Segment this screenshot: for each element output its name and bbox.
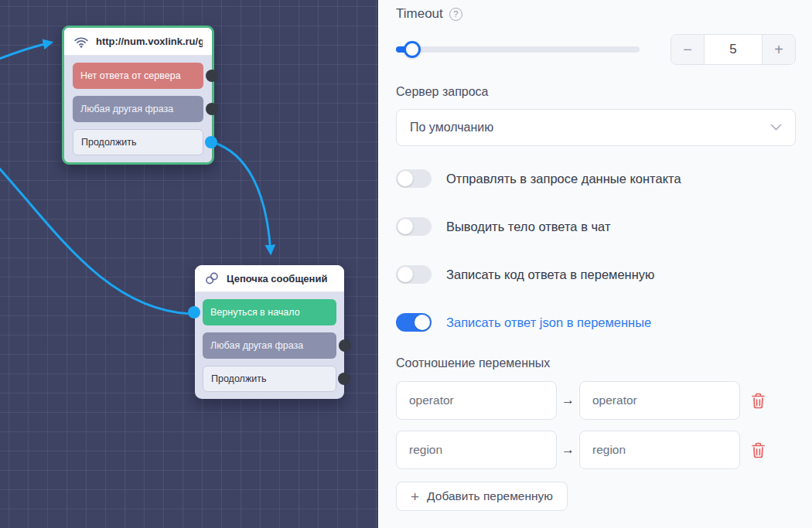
toggle-label: Записать ответ json в переменные — [446, 315, 651, 330]
mapping-from-input[interactable] — [396, 431, 557, 469]
wire-continue-to-chain — [213, 142, 271, 253]
arrow-right-icon: → — [557, 442, 579, 458]
node-chain-header[interactable]: Цепочка сообщений — [195, 265, 344, 292]
toggle-label: Отправлять в запросе данные контакта — [446, 172, 681, 186]
mapping-from-input[interactable] — [396, 381, 557, 420]
toggle-label: Выводить тело ответа в чат — [446, 220, 610, 234]
node-row-any-other-phrase[interactable]: Любая другая фраза — [73, 96, 203, 122]
timeout-label: Timeout — [396, 6, 443, 22]
node-chain-body: Вернуться в начало Любая другая фраза Пр… — [195, 292, 344, 399]
server-dropdown[interactable]: По умолчанию — [396, 109, 796, 146]
toggle-row-output-body-to-chat: Выводить тело ответа в чат — [396, 217, 796, 236]
timeout-stepper: − 5 + — [670, 34, 796, 65]
toggle-row-save-json-to-variables: Записать ответ json в переменные — [396, 313, 796, 332]
toggle-output-body-to-chat[interactable] — [396, 217, 432, 236]
toggles-list: Отправлять в запросе данные контакта Выв… — [396, 169, 796, 332]
add-variable-button[interactable]: + Добавить переменную — [396, 482, 568, 511]
row-label: Любая другая фраза — [80, 104, 173, 114]
node-chain-title: Цепочка сообщений — [227, 273, 327, 284]
settings-panel: Timeout ? − 5 + Сервер запроса По умолча… — [378, 0, 812, 528]
stepper-value[interactable]: 5 — [704, 35, 763, 64]
node-row-no-server-answer[interactable]: Нет ответа от сервера — [73, 63, 203, 89]
toggle-save-json-to-variables[interactable] — [396, 313, 432, 332]
add-variable-label: Добавить переменную — [427, 489, 553, 503]
toggle-save-response-code[interactable] — [396, 265, 432, 284]
chain-icon — [204, 271, 220, 286]
node-http-header[interactable]: http://num.voxlink.ru/ge... — [64, 28, 212, 56]
slider-thumb[interactable] — [404, 41, 421, 58]
output-port[interactable] — [206, 103, 218, 115]
node-row-any-other-phrase[interactable]: Любая другая фраза — [203, 332, 336, 359]
wire-into-chain-row — [0, 164, 190, 314]
timeout-header: Timeout ? — [396, 6, 796, 22]
toggle-row-send-contact-data: Отправлять в запросе данные контакта — [396, 169, 796, 188]
row-label: Нет ответа от сервера — [80, 70, 181, 81]
arrow-right-icon: → — [557, 393, 579, 408]
wire-into-http-node — [0, 43, 51, 60]
delete-variable-button[interactable] — [751, 442, 766, 458]
mapping-row: → — [396, 431, 796, 469]
server-label: Сервер запроса — [396, 85, 796, 99]
output-port[interactable] — [206, 70, 218, 82]
node-http-body: Нет ответа от сервера Любая другая фраза… — [64, 56, 212, 162]
mapping-label: Соотношение переменных — [396, 356, 796, 370]
node-http-title: http://num.voxlink.ru/ge... — [96, 36, 203, 47]
row-label: Любая другая фраза — [210, 340, 303, 351]
row-label: Продолжить — [81, 137, 136, 148]
stepper-minus-button[interactable]: − — [671, 35, 704, 64]
row-label: Вернуться в начало — [210, 307, 300, 318]
mapping-to-input[interactable] — [579, 381, 740, 420]
node-row-continue[interactable]: Продолжить — [73, 129, 203, 155]
output-port[interactable] — [338, 373, 350, 385]
timeout-slider[interactable] — [396, 34, 640, 65]
help-icon[interactable]: ? — [449, 8, 462, 21]
node-row-return-to-start[interactable]: Вернуться в начало — [203, 299, 336, 325]
mapping-to-input[interactable] — [579, 431, 740, 469]
plus-icon: + — [411, 489, 419, 504]
toggle-row-save-response-code: Записать код ответа в переменную — [396, 265, 796, 284]
flow-canvas[interactable]: http://num.voxlink.ru/ge... Нет ответа о… — [0, 0, 378, 528]
output-port-connected[interactable] — [205, 136, 217, 148]
node-message-chain[interactable]: Цепочка сообщений Вернуться в начало Люб… — [195, 265, 344, 399]
node-http-request[interactable]: http://num.voxlink.ru/ge... Нет ответа о… — [62, 26, 214, 165]
stepper-plus-button[interactable]: + — [763, 35, 795, 64]
chevron-down-icon — [770, 124, 782, 131]
node-row-continue[interactable]: Продолжить — [203, 366, 336, 392]
output-port[interactable] — [339, 339, 351, 352]
wifi-icon — [73, 34, 89, 49]
input-port-connected[interactable] — [188, 306, 200, 319]
mapping-row: → — [396, 381, 796, 420]
row-label: Продолжить — [211, 373, 266, 384]
toggle-send-contact-data[interactable] — [396, 169, 432, 188]
slider-track[interactable] — [396, 46, 640, 53]
toggle-label: Записать код ответа в переменную — [446, 267, 654, 282]
server-dropdown-value: По умолчанию — [410, 121, 493, 135]
delete-variable-button[interactable] — [751, 393, 766, 409]
